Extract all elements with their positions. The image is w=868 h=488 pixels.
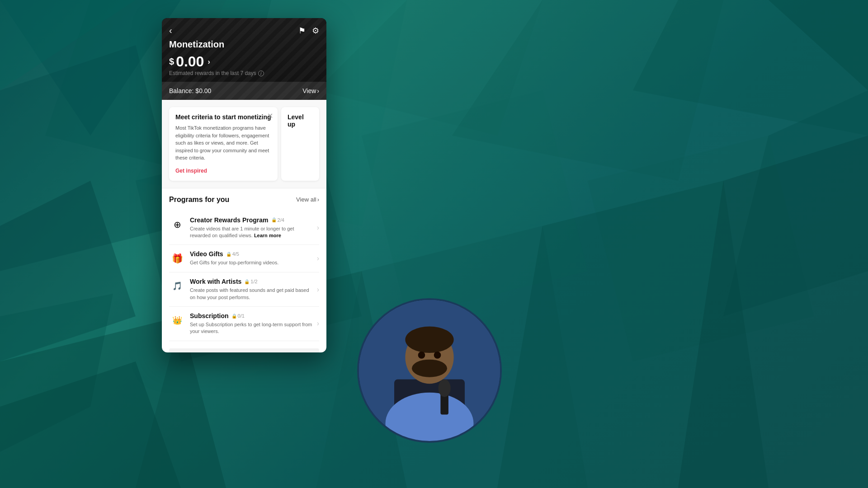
webcam-overlay xyxy=(357,298,502,443)
section-header: Programs for you View all › xyxy=(169,196,319,204)
dollar-sign: $ xyxy=(169,56,174,67)
programs-section: Programs for you View all › ⊕ Creator Re… xyxy=(162,188,326,341)
reward-subtitle: Estimated rewards in the last 7 days i xyxy=(169,70,319,76)
page-title: Monetization xyxy=(169,39,319,50)
learn-more-link[interactable]: Learn more xyxy=(254,233,281,238)
reward-chevron-icon[interactable]: › xyxy=(208,58,210,66)
program-item-subscription[interactable]: 👑 Subscription 🔒 0/1 Set up Subscription… xyxy=(169,307,319,341)
reward-amount[interactable]: $ 0.00 › xyxy=(169,53,319,70)
video-gifts-icon: 🎁 xyxy=(169,250,185,267)
lock-icon: 🔒 xyxy=(244,279,250,284)
work-with-artists-icon: 🎵 xyxy=(169,278,185,294)
section-title: Programs for you xyxy=(169,196,229,204)
creator-rewards-badge: 🔒 2/4 xyxy=(271,217,284,223)
work-with-artists-name: Work with Artists xyxy=(190,278,241,285)
video-gifts-badge: 🔒 4/5 xyxy=(226,251,239,257)
subscription-icon: 👑 xyxy=(169,312,185,328)
subscription-title-row: Subscription 🔒 0/1 xyxy=(190,312,313,319)
info-icon: i xyxy=(258,70,264,76)
work-with-artists-desc: Create posts with featured sounds and ge… xyxy=(190,287,313,301)
creator-rewards-name: Creator Rewards Program xyxy=(190,216,269,224)
header-top-row: ‹ ⚑ ⚙ xyxy=(169,25,319,36)
view-all-chevron-icon: › xyxy=(317,196,319,203)
meet-criteria-card: ✕ Meet criteria to start monetizing Most… xyxy=(169,107,278,181)
lock-icon: 🔒 xyxy=(231,314,237,319)
creator-rewards-info: Creator Rewards Program 🔒 2/4 Create vid… xyxy=(190,216,313,239)
main-content: ✕ Meet criteria to start monetizing Most… xyxy=(162,100,326,352)
banner-row: ✕ Meet criteria to start monetizing Most… xyxy=(162,100,326,188)
banner-card-title: Meet criteria to start monetizing xyxy=(175,113,271,121)
creator-rewards-title-row: Creator Rewards Program 🔒 2/4 xyxy=(190,216,313,224)
flag-icon[interactable]: ⚑ xyxy=(298,26,306,36)
program-chevron-icon: › xyxy=(317,319,319,328)
video-gifts-desc: Get Gifts for your top-performing videos… xyxy=(190,259,313,266)
banner-card-text: Most TikTok monetization programs have e… xyxy=(175,124,271,162)
back-button[interactable]: ‹ xyxy=(169,25,172,36)
work-with-artists-title-row: Work with Artists 🔒 1/2 xyxy=(190,278,313,285)
svg-point-31 xyxy=(439,380,451,397)
svg-point-27 xyxy=(412,360,447,377)
app-header: ‹ ⚑ ⚙ Monetization $ 0.00 › Estimated re… xyxy=(162,18,326,100)
work-with-artists-info: Work with Artists 🔒 1/2 Create posts wit… xyxy=(190,278,313,301)
header-icons-group: ⚑ ⚙ xyxy=(298,26,319,36)
level-up-title: Level up xyxy=(288,113,313,128)
lock-icon: 🔒 xyxy=(271,217,277,222)
work-with-artists-badge: 🔒 1/2 xyxy=(244,279,257,284)
view-all-link[interactable]: View all › xyxy=(296,196,319,203)
program-chevron-icon: › xyxy=(317,286,319,294)
settings-icon[interactable]: ⚙ xyxy=(312,26,319,36)
close-button[interactable]: ✕ xyxy=(267,112,273,120)
level-up-card: Level up xyxy=(281,107,319,181)
notify-eligible-button[interactable]: Get notified when I'm eligible xyxy=(169,348,319,352)
svg-point-26 xyxy=(405,327,453,353)
phone-mockup: ‹ ⚑ ⚙ Monetization $ 0.00 › Estimated re… xyxy=(162,18,326,352)
creator-rewards-desc: Create videos that are 1 minute or longe… xyxy=(190,225,313,239)
subscription-badge: 🔒 0/1 xyxy=(231,313,245,319)
program-item-video-gifts[interactable]: 🎁 Video Gifts 🔒 4/5 Get Gifts for your t… xyxy=(169,245,319,272)
get-inspired-link[interactable]: Get inspired xyxy=(175,168,207,174)
program-item-creator-rewards[interactable]: ⊕ Creator Rewards Program 🔒 2/4 Create v… xyxy=(169,211,319,245)
video-gifts-info: Video Gifts 🔒 4/5 Get Gifts for your top… xyxy=(190,250,313,266)
video-gifts-title-row: Video Gifts 🔒 4/5 xyxy=(190,250,313,258)
program-chevron-icon: › xyxy=(317,254,319,263)
program-chevron-icon: › xyxy=(317,224,319,232)
program-item-work-with-artists[interactable]: 🎵 Work with Artists 🔒 1/2 Create posts w… xyxy=(169,272,319,307)
reward-value: 0.00 xyxy=(176,53,204,70)
video-gifts-name: Video Gifts xyxy=(190,250,223,258)
subscription-desc: Set up Subscription perks to get long-te… xyxy=(190,321,313,335)
webcam-person xyxy=(359,300,500,441)
subscription-info: Subscription 🔒 0/1 Set up Subscription p… xyxy=(190,312,313,335)
creator-rewards-icon: ⊕ xyxy=(169,216,185,233)
svg-point-29 xyxy=(434,352,441,359)
notify-button-container: Get notified when I'm eligible xyxy=(162,341,326,352)
svg-point-28 xyxy=(418,352,425,359)
lock-icon: 🔒 xyxy=(226,252,231,257)
subscription-name: Subscription xyxy=(190,312,229,319)
